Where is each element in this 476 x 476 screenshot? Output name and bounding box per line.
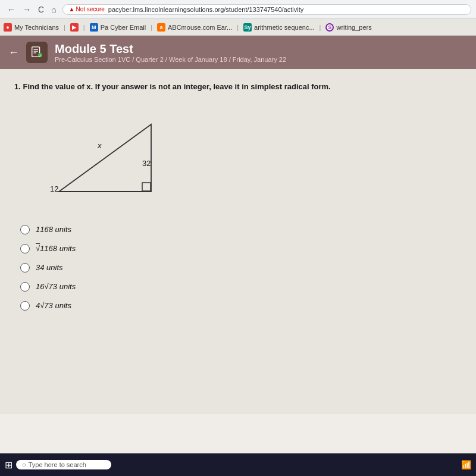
answer-option-4[interactable]: 16√73 units [20, 282, 462, 292]
answer-option-3[interactable]: 34 units [20, 263, 462, 273]
content-area: 1. Find the value of x. If your answer i… [0, 69, 476, 414]
answer-option-2[interactable]: √1168 units [20, 244, 462, 253]
question-text: 1. Find the value of x. If your answer i… [14, 81, 462, 93]
taskbar-search[interactable]: ○ Type here to search [16, 460, 111, 469]
writing-icon: S [325, 23, 334, 32]
tab-arithmetic-label: arithmetic sequenc... [254, 24, 315, 31]
module-subtitle: Pre-Calculus Section 1VC / Quarter 2 / W… [55, 56, 286, 63]
tab-divider-4: | [237, 24, 239, 31]
svg-text:32: 32 [142, 159, 151, 168]
nav-buttons: ← → C ⌂ [5, 4, 59, 15]
my-technicians-icon: ● [4, 23, 12, 32]
tab-abcmouse[interactable]: a ABCmouse.com Ear... [157, 23, 232, 32]
refresh-button[interactable]: C [36, 4, 46, 15]
tab-writing[interactable]: S writing_pers [325, 23, 371, 32]
tab-pa-cyber-email-label: Pa Cyber Email [101, 24, 146, 31]
triangle-diagram: x 32 12 [26, 104, 205, 211]
module-title: Module 5 Test [55, 42, 286, 56]
radio-3[interactable] [20, 263, 30, 273]
tab-writing-label: writing_pers [336, 24, 371, 31]
tab-divider-3: | [151, 24, 152, 31]
module-title-block: Module 5 Test Pre-Calculus Section 1VC /… [55, 42, 286, 63]
module-back-button[interactable]: ← [8, 46, 19, 59]
radio-2[interactable] [20, 244, 30, 253]
answer-label-5: 4√73 units [36, 301, 71, 310]
answer-label-3: 34 units [36, 263, 63, 272]
question-number: 1. [14, 82, 21, 91]
taskbar-search-label: Type here to search [29, 461, 86, 468]
answer-label-4: 16√73 units [36, 282, 76, 291]
question-body: Find the value of x. If your answer is n… [23, 82, 330, 91]
module-header: ← ✓ Module 5 Test Pre-Calculus Section 1… [0, 36, 476, 69]
not-secure-indicator: ▲ Not secure [69, 6, 105, 12]
tab-divider-5: | [320, 24, 321, 31]
tab-abcmouse-label: ABCmouse.com Ear... [168, 24, 232, 31]
svg-marker-6 [59, 124, 151, 192]
answer-option-1[interactable]: 1168 units [20, 225, 462, 234]
tab-pa-cyber-email[interactable]: M Pa Cyber Email [90, 23, 146, 32]
tab-my-technicians-label: My Technicians [14, 24, 59, 31]
svg-text:x: x [97, 141, 102, 150]
svg-rect-7 [142, 183, 151, 191]
answer-option-5[interactable]: 4√73 units [20, 301, 462, 311]
tab-arithmetic[interactable]: Sy arithmetic sequenc... [243, 23, 315, 32]
tab-divider-1: | [64, 24, 65, 31]
svg-text:12: 12 [50, 184, 58, 193]
answer-choices: 1168 units √1168 units 34 units 16√73 un… [20, 225, 462, 311]
warning-icon: ▲ [69, 6, 75, 12]
module-icon: ✓ [26, 42, 48, 63]
taskbar-search-icon: ○ [22, 461, 26, 468]
address-bar[interactable]: ▲ Not secure pacyber.lms.lincolnlearning… [62, 4, 471, 15]
taskbar-wifi-icon: 📶 [461, 460, 471, 469]
youtube-icon: ▶ [70, 23, 79, 32]
back-nav-button[interactable]: ← [5, 4, 18, 15]
pa-cyber-email-icon: M [90, 23, 98, 32]
url-text: pacyber.lms.lincolnlearningsolutions.org… [108, 6, 303, 13]
home-button[interactable]: ⌂ [49, 4, 58, 15]
arithmetic-icon: Sy [243, 23, 252, 32]
tab-my-technicians[interactable]: ● My Technicians [4, 23, 59, 32]
not-secure-label: Not secure [76, 6, 105, 12]
abcmouse-icon: a [157, 23, 165, 32]
taskbar: ⊞ ○ Type here to search 📶 [0, 453, 476, 476]
tab-youtube[interactable]: ▶ [70, 23, 79, 32]
triangle-svg: x 32 12 [26, 104, 205, 211]
module-icon-svg: ✓ [30, 46, 43, 59]
answer-label-1: 1168 units [36, 225, 71, 234]
radio-4[interactable] [20, 282, 30, 292]
tab-divider-2: | [83, 24, 85, 31]
forward-nav-button[interactable]: → [20, 4, 33, 15]
browser-bar: ← → C ⌂ ▲ Not secure pacyber.lms.lincoln… [0, 0, 476, 19]
windows-button[interactable]: ⊞ [5, 459, 12, 471]
answer-label-2: √1168 units [36, 244, 76, 253]
svg-text:✓: ✓ [39, 54, 42, 58]
tabs-bar: ● My Technicians | ▶ | M Pa Cyber Email … [0, 19, 476, 36]
radio-1[interactable] [20, 225, 30, 234]
radio-5[interactable] [20, 301, 30, 311]
